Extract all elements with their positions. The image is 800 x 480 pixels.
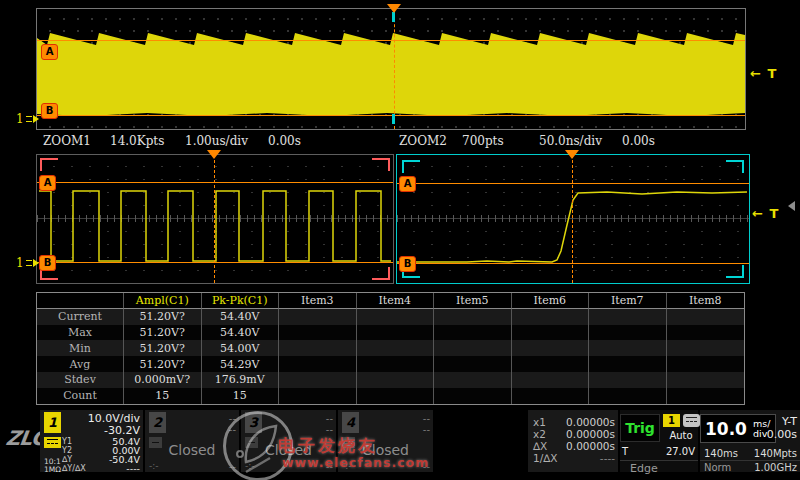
timebase-scale-value: 10.0 (705, 419, 747, 439)
cursor-row-label: x2 (533, 428, 546, 440)
table-column-header[interactable]: Item5 (434, 293, 512, 309)
table-cell (589, 372, 667, 388)
ground-step-icon (26, 116, 32, 122)
table-cell (667, 325, 745, 341)
table-cell (589, 309, 667, 325)
zoom1-delay[interactable]: 0.00s (268, 134, 301, 150)
zoom1-cursor-a-badge[interactable]: A (39, 175, 56, 191)
main-waveform-window: A B (36, 8, 746, 130)
table-cell (434, 372, 512, 388)
table-cell (279, 309, 357, 325)
cursor-b-line[interactable] (37, 115, 745, 116)
table-cell (512, 372, 590, 388)
timebase-panel[interactable]: 10.0 ms/ div Y-T 0.00s 140ms 140Mpts Nor… (700, 410, 800, 472)
cursor-a-line[interactable] (37, 40, 745, 41)
channel1-panel[interactable]: 1 10.0V/div -30.2V Y150.4VY20.00V∆Y-50.4… (40, 410, 143, 472)
acquire-mode: Norm (704, 462, 731, 473)
zoom1-cursor-b-line[interactable] (37, 262, 393, 263)
display-mode: Y-T (782, 415, 797, 428)
trigger-type: Edge (630, 462, 658, 475)
table-cell: 54.00V (202, 340, 280, 356)
channel4-badge[interactable]: 4 (342, 412, 359, 433)
cursor-b-badge[interactable]: B (41, 103, 58, 119)
ground-step-icon (26, 260, 32, 266)
table-cell: 15 (124, 388, 202, 404)
channel1-ground-marker[interactable]: 1 (16, 112, 39, 126)
trigger-level-label: T (622, 446, 628, 457)
channel1-cursor-label: ∆Y (62, 455, 72, 464)
trigger-panel[interactable]: Trig 1 Auto T 27.0V Edge (620, 410, 698, 472)
trigger-position-marker-icon[interactable] (387, 4, 401, 13)
zoom1-timebase[interactable]: 1.00us/div (185, 134, 248, 150)
table-cell (667, 340, 745, 356)
channel2-badge[interactable]: 2 (149, 412, 166, 433)
dc-coupling-icon (44, 437, 61, 448)
table-cell (279, 340, 357, 356)
cursor-readout-panel[interactable]: x10.00000sx20.00000s∆X0.00000s1/∆X---- (528, 410, 618, 472)
zoom1-trigger-marker-icon[interactable] (207, 150, 221, 159)
table-cell (279, 388, 357, 404)
channel1-cursor-value: ---- (126, 463, 140, 474)
table-cell: 15 (202, 388, 280, 404)
zoom2-trigger-marker-icon[interactable] (565, 150, 579, 159)
zoom2-delay[interactable]: 0.00s (622, 134, 655, 150)
table-cell (589, 340, 667, 356)
table-cell (434, 356, 512, 372)
zoom1-cursor-b-badge[interactable]: B (39, 255, 56, 271)
main-trigger-level-marker[interactable]: ← T (750, 66, 777, 81)
table-cell (357, 356, 435, 372)
channel1-badge[interactable]: 1 (44, 412, 61, 433)
table-cell: 0.000mV? (124, 372, 202, 388)
table-row-label: Current (37, 309, 124, 325)
table-column-header[interactable]: Item4 (357, 293, 435, 309)
table-cell (667, 372, 745, 388)
zoom1-trigger-line[interactable] (214, 155, 215, 283)
trigger-position-line[interactable] (394, 9, 395, 129)
cursor-a-badge[interactable]: A (41, 44, 58, 60)
table-column-header[interactable]: Ampl(C1) (124, 293, 202, 309)
table-cell: 176.9mV (202, 372, 280, 388)
table-column-header[interactable]: Pk-Pk(C1) (202, 293, 280, 309)
zoom1-ground-marker[interactable]: 1 (16, 256, 39, 270)
table-cell: 54.40V (202, 325, 280, 341)
zoom2-cursor-b-line[interactable] (397, 263, 749, 264)
zoom2-cursor-a-badge[interactable]: A (399, 176, 416, 192)
trigger-coupling-icon (683, 414, 700, 427)
trigger-source-badge[interactable]: 1 (663, 414, 680, 427)
sample-rate: 1.00GHz (754, 462, 797, 473)
table-cell: 54.29V (202, 356, 280, 372)
table-cell (512, 309, 590, 325)
channel1-cursor-label: Y1 (62, 437, 72, 446)
zoom1-title: ZOOM1 (43, 134, 91, 150)
zoom2-cursor-a-line[interactable] (397, 183, 749, 184)
table-cell (357, 388, 435, 404)
table-cell (434, 340, 512, 356)
zoom2-trigger-level-marker[interactable]: ← T (752, 206, 779, 221)
zoom1-window: A B (36, 154, 394, 284)
timebase-scale-box[interactable]: 10.0 ms/ div (700, 414, 776, 443)
table-cell (434, 325, 512, 341)
channel-scale-placeholder: -- (423, 413, 430, 424)
cursor-row-label: 1/∆X (533, 452, 557, 464)
channel1-cursor-label: Y2 (62, 446, 72, 455)
channel1-ground-number: 1 (16, 112, 24, 126)
table-cell (589, 325, 667, 341)
menu-collapse-arrow-icon[interactable] (788, 201, 795, 211)
channel-scale-placeholder: -- (326, 413, 333, 424)
zoom1-cursor-a-line[interactable] (37, 182, 393, 183)
table-cell (589, 388, 667, 404)
table-cell: 54.40V (202, 309, 280, 325)
trigger-level-value: 27.0V (666, 446, 695, 457)
table-column-header[interactable]: Item8 (667, 293, 745, 309)
measurement-table: Ampl(C1)Pk-Pk(C1)Item3Item4Item5Item6Ite… (36, 292, 745, 405)
zoom2-trigger-line[interactable] (572, 155, 573, 283)
timebase-delay: 0.00s (767, 428, 797, 441)
zoom2-timebase[interactable]: 50.0ns/div (539, 134, 602, 150)
table-row-label: Min (37, 340, 124, 356)
table-column-header[interactable]: Item6 (512, 293, 590, 309)
table-row-label: Count (37, 388, 124, 404)
zoom2-cursor-b-badge[interactable]: B (399, 256, 416, 272)
table-column-header[interactable]: Item7 (589, 293, 667, 309)
table-column-header[interactable]: Item3 (279, 293, 357, 309)
cursor-row-label: x1 (533, 416, 546, 428)
